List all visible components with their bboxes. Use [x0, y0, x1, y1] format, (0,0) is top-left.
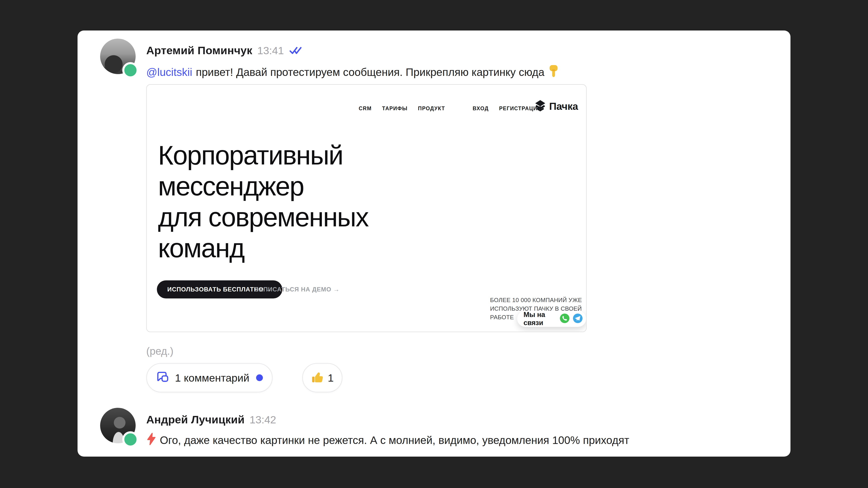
- message-timestamp: 13:41: [257, 44, 284, 57]
- edited-label: (ред.): [146, 345, 174, 357]
- reaction-count: 1: [328, 372, 334, 384]
- read-receipt-double-check-icon: [289, 46, 303, 56]
- pointing-down-emoji: [548, 64, 559, 81]
- message-body: @lucitskii привет! Давай протестируем со…: [146, 64, 559, 81]
- message-body: Ого, даже качество картинки не режется. …: [146, 432, 629, 449]
- hero-heading-line: для современных: [158, 202, 368, 233]
- message-header: Андрей Лучицкий 13:42: [146, 412, 276, 427]
- nav-item-produkt[interactable]: ПРОДУКТ: [418, 105, 445, 111]
- message-text: Ого, даже качество картинки не режется. …: [160, 433, 629, 447]
- page-background: Артемий Поминчук 13:41 @lucitskii привет…: [0, 0, 868, 488]
- message-author[interactable]: Андрей Лучицкий: [146, 413, 245, 426]
- unread-indicator-dot: [256, 375, 263, 381]
- message-timestamp: 13:42: [250, 414, 276, 426]
- attached-image[interactable]: CRM ТАРИФЫ ПРОДУКТ ВХОД РЕГИСТРАЦИЯ Пачк…: [146, 84, 587, 332]
- chat-panel: Артемий Поминчук 13:41 @lucitskii привет…: [78, 31, 790, 457]
- hero-heading: Корпоративный мессенджер для современных…: [158, 140, 368, 264]
- brand-name: Пачка: [549, 101, 578, 112]
- online-status-dot: [122, 431, 138, 448]
- contact-chip[interactable]: Мы на связи: [517, 311, 586, 327]
- thumbs-up-emoji: [311, 371, 323, 384]
- social-proof-line: БОЛЕЕ 10 000 КОМПАНИЙ УЖЕ: [490, 296, 586, 304]
- message-header: Артемий Поминчук 13:41: [146, 43, 303, 58]
- lightning-emoji: [146, 433, 156, 449]
- hero-heading-line: команд: [158, 233, 368, 264]
- hero-heading-line: Корпоративный: [158, 140, 368, 171]
- whatsapp-icon[interactable]: [559, 313, 570, 324]
- nav-item-vhod[interactable]: ВХОД: [473, 105, 489, 111]
- telegram-icon[interactable]: [572, 313, 583, 324]
- pachka-logo[interactable]: Пачка: [534, 100, 578, 113]
- comments-label: 1 комментарий: [175, 372, 249, 384]
- hero-heading-line: мессенджер: [158, 171, 368, 202]
- nav-item-tarify[interactable]: ТАРИФЫ: [382, 105, 408, 111]
- message-author[interactable]: Артемий Поминчук: [146, 44, 252, 57]
- thumbs-up-reaction[interactable]: 1: [302, 363, 342, 392]
- nav-item-crm[interactable]: CRM: [359, 105, 372, 111]
- message-text: привет! Давай протестируем сообщения. Пр…: [196, 65, 544, 79]
- landing-nav: CRM ТАРИФЫ ПРОДУКТ ВХОД РЕГИСТРАЦИЯ: [359, 103, 541, 113]
- comments-icon: [156, 370, 169, 385]
- pachka-logo-icon: [534, 100, 547, 113]
- online-status-dot: [122, 62, 138, 78]
- comments-button[interactable]: 1 комментарий: [146, 363, 273, 392]
- demo-signup-link[interactable]: ЗАПИСАТЬСЯ НА ДЕМО →: [255, 281, 340, 298]
- mention-link[interactable]: @lucitskii: [146, 65, 192, 79]
- contact-chip-label: Мы на связи: [524, 311, 557, 327]
